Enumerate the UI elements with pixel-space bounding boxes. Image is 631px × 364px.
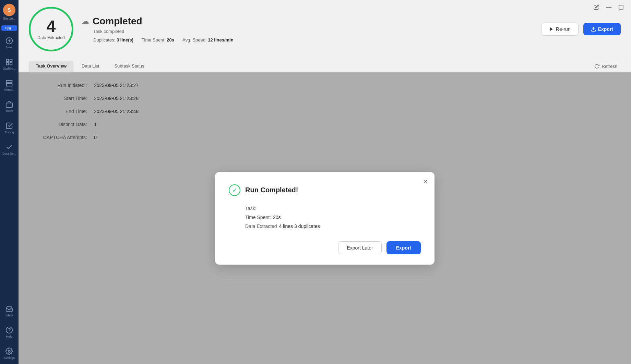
export-later-button[interactable]: Export Later	[338, 241, 381, 254]
modal-title: Run Completed!	[245, 186, 298, 194]
sidebar-item-tools[interactable]: Tools	[0, 96, 19, 117]
modal-task-label: Task:	[245, 206, 257, 211]
header-actions: Re-run Export	[541, 23, 621, 36]
modal-time-row: Time Spent: 20s	[245, 215, 421, 220]
content: Run Initiated : 2023-09-05 21:23:27 Star…	[19, 72, 631, 364]
sidebar-item-help[interactable]: Help	[0, 321, 19, 343]
circle-number: 4	[47, 18, 56, 35]
svg-rect-8	[7, 83, 12, 86]
header-info: ☁ Completed Task completed Duplicates: 3…	[82, 16, 533, 43]
refresh-button[interactable]: Refresh	[591, 62, 621, 71]
upgrade-button[interactable]: Upg...	[1, 25, 17, 31]
tabs-bar: Task Overview Data List Subtask Status R…	[19, 57, 631, 72]
modal-data-row: Data Extracted 4 lines 3 duplicates	[245, 223, 421, 229]
modal-footer: Export Later Export	[229, 241, 421, 254]
tab-subtask-status[interactable]: Subtask Status	[107, 61, 151, 72]
svg-rect-3	[7, 59, 9, 61]
avatar[interactable]: S	[3, 4, 15, 16]
sidebar-item-datasets[interactable]: Data Se...	[0, 138, 19, 160]
edit-icon[interactable]	[593, 4, 599, 10]
export-button[interactable]: Export	[583, 23, 621, 35]
svg-rect-4	[10, 59, 12, 61]
circle-label: Data Extracted	[37, 35, 64, 40]
avg-speed-label: Avg. Speed: 12 lines/min	[182, 37, 234, 43]
refresh-label: Refresh	[602, 64, 617, 69]
sidebar-item-pricing-label: Pricing	[4, 131, 14, 134]
modal-time-label: Time Spent:	[245, 215, 271, 220]
modal-body: Task: Time Spent: 20s Data Extracted 4 l…	[245, 206, 421, 229]
rerun-button[interactable]: Re-run	[541, 23, 579, 36]
sidebar-item-settings[interactable]: Settings	[0, 343, 19, 364]
sidebar-item-templates-label: Templ...	[4, 88, 15, 92]
modal-time-value: 20s	[273, 215, 281, 220]
header-title: Completed	[93, 16, 142, 27]
avatar-label: Standa...	[3, 17, 15, 20]
sidebar-item-datasets-label: Data Se...	[2, 152, 16, 155]
modal-export-button[interactable]: Export	[386, 241, 421, 254]
sidebar-item-settings-label: Settings	[4, 356, 15, 360]
header-subtitle: Task completed	[93, 29, 533, 34]
modal-close-button[interactable]: ×	[424, 178, 428, 185]
sidebar-item-help-label: Help	[6, 335, 13, 338]
duplicates-label: Duplicates: 3 line(s)	[93, 37, 133, 43]
svg-rect-5	[7, 62, 9, 64]
sidebar: S Standa... Upg... New Dashbo... Templ..…	[0, 0, 19, 364]
tab-task-overview[interactable]: Task Overview	[29, 61, 73, 72]
minimize-icon[interactable]: —	[606, 4, 612, 10]
modal-data-label: Data Extracted	[245, 223, 277, 229]
svg-rect-6	[10, 62, 12, 64]
data-circle: 4 Data Extracted	[29, 7, 73, 51]
avg-speed-value: 12 lines/min	[208, 37, 233, 43]
svg-rect-13	[619, 5, 623, 9]
svg-point-12	[8, 350, 10, 352]
sidebar-item-tools-label: Tools	[5, 109, 13, 113]
window-controls: —	[593, 4, 624, 10]
sidebar-item-templates[interactable]: Templ...	[0, 75, 19, 96]
svg-marker-14	[550, 27, 553, 31]
success-icon: ✓	[229, 184, 240, 196]
main-content: — 4 Data Extracted ☁ Completed Task comp…	[19, 0, 631, 364]
header-title-row: ☁ Completed	[82, 16, 533, 27]
maximize-icon[interactable]	[618, 4, 624, 10]
time-spent-value: 20s	[167, 37, 174, 43]
header-stats: Duplicates: 3 line(s) Time Spent: 20s Av…	[93, 37, 533, 43]
sidebar-item-dashboard[interactable]: Dashbo...	[0, 53, 19, 75]
header: 4 Data Extracted ☁ Completed Task comple…	[19, 0, 631, 57]
sidebar-item-inbox-label: Inbox	[5, 314, 13, 317]
modal-data-value: 4 lines 3 duplicates	[279, 223, 320, 229]
duplicates-value: 3 line(s)	[117, 37, 133, 43]
time-spent-label: Time Spent: 20s	[142, 37, 174, 43]
modal-overlay: × ✓ Run Completed! Task: Time Spent: 20s	[19, 72, 631, 364]
sidebar-item-inbox[interactable]: Inbox	[0, 300, 19, 321]
svg-rect-9	[6, 103, 12, 107]
modal-title-row: ✓ Run Completed!	[229, 184, 421, 196]
cloud-icon: ☁	[82, 17, 89, 26]
svg-rect-7	[7, 80, 12, 82]
tab-data-list[interactable]: Data List	[75, 61, 106, 72]
sidebar-item-dashboard-label: Dashbo...	[3, 67, 16, 70]
sidebar-avatar: S Standa...	[0, 0, 19, 24]
modal-task-row: Task:	[245, 206, 421, 211]
sidebar-item-new[interactable]: New	[0, 32, 19, 53]
sidebar-item-new-label: New	[6, 46, 12, 49]
sidebar-item-pricing[interactable]: Pricing	[0, 117, 19, 138]
modal: × ✓ Run Completed! Task: Time Spent: 20s	[215, 172, 434, 265]
